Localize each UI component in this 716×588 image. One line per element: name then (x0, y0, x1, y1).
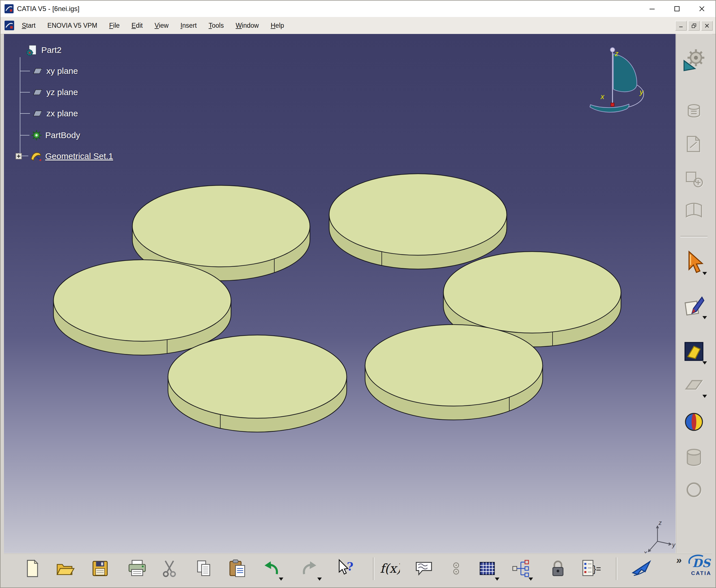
compass-lower-blade (590, 104, 629, 112)
toolbar-overflow-chevrons[interactable]: » (676, 554, 682, 566)
compass-pivot[interactable] (611, 103, 614, 106)
comment-icon (414, 558, 434, 579)
menu-tools[interactable]: Tools (203, 22, 230, 29)
knowledge-icon (447, 560, 465, 578)
disc[interactable] (168, 335, 347, 432)
toolbar-expand-arrow[interactable] (702, 272, 707, 275)
catia-menu-icon[interactable] (4, 21, 14, 30)
comment-button[interactable] (412, 556, 436, 581)
select-tool-button[interactable] (681, 249, 707, 275)
new-document-button[interactable] (20, 556, 44, 581)
new-document-icon (22, 558, 42, 579)
lock-icon (548, 558, 568, 579)
disabled-tool-icon-3 (682, 168, 705, 190)
toolbar-expand-arrow[interactable] (317, 578, 322, 581)
tree-item-zx-plane[interactable]: zx plane (31, 107, 78, 120)
pen-tool-button[interactable] (681, 293, 707, 319)
menu-start[interactable]: Start (16, 22, 42, 29)
toolbar-expand-arrow[interactable] (528, 578, 533, 581)
triad-z-label: z (658, 519, 662, 526)
tree-expand-button[interactable] (15, 153, 22, 160)
open-folder-button[interactable] (53, 556, 78, 581)
current-workbench-button[interactable] (681, 47, 707, 73)
disabled-tool-icon-1 (682, 101, 705, 123)
cylinder-tool-button[interactable] (681, 445, 707, 471)
toolbar-separator (680, 236, 708, 237)
disabled-tool-button-2[interactable] (681, 131, 707, 157)
structure-icon (511, 558, 531, 579)
menu-help[interactable]: Help (265, 22, 290, 29)
paste-button[interactable] (225, 556, 250, 581)
tree-item-label: zx plane (46, 109, 78, 118)
undo-button[interactable] (259, 556, 283, 581)
ds-catia-logo: DS CATIA (685, 553, 713, 582)
extrude-surface-button[interactable] (681, 338, 707, 364)
menu-enovia[interactable]: ENOVIA V5 VPM (42, 22, 103, 29)
compass-x-label: x (600, 92, 605, 101)
print-icon (127, 558, 147, 579)
tree-root-label: Part2 (41, 45, 62, 55)
disc[interactable] (53, 260, 231, 355)
toolbar-expand-arrow[interactable] (702, 361, 707, 364)
menu-view[interactable]: View (149, 22, 174, 29)
doc-restore-button[interactable] (688, 21, 700, 30)
toolbar-expand-arrow[interactable] (279, 578, 283, 581)
disabled-tool-button-3[interactable] (681, 166, 707, 192)
close-button[interactable] (689, 1, 714, 17)
tree-item-yz-plane[interactable]: yz plane (31, 86, 78, 99)
select-icon (682, 250, 706, 274)
structure-button[interactable] (509, 556, 533, 581)
toolbar-expand-arrow[interactable] (702, 316, 707, 319)
disc[interactable] (329, 174, 507, 269)
tree-item-partbody[interactable]: PartBody (30, 129, 80, 142)
open-folder-icon (55, 558, 75, 579)
toolbar-expand-arrow[interactable] (702, 395, 707, 398)
sphere-icon (682, 411, 705, 433)
whats-this-button[interactable]: ? (333, 556, 357, 581)
maximize-button[interactable] (665, 1, 689, 17)
menu-window[interactable]: Window (230, 22, 265, 29)
formula-button[interactable]: f(x) (377, 556, 401, 581)
part-icon (25, 44, 39, 57)
disabled-tool-button-4[interactable] (681, 198, 707, 224)
compass-z-label: z (614, 49, 619, 58)
cut-button[interactable] (157, 556, 181, 581)
plane-tool-button[interactable] (681, 372, 707, 398)
save-button[interactable] (88, 556, 112, 581)
rules-button[interactable]: }= (578, 556, 603, 581)
toolbar-expand-arrow[interactable] (495, 578, 499, 581)
svg-text:DS: DS (692, 556, 711, 570)
save-icon (90, 558, 110, 579)
circle-tool-button[interactable] (681, 477, 707, 503)
tree-item-xy-plane[interactable]: xy plane (31, 64, 78, 78)
minimize-button[interactable] (639, 1, 665, 17)
doc-close-button[interactable] (701, 21, 713, 30)
tree-root-part2[interactable]: Part2 (25, 44, 62, 57)
lock-button[interactable] (546, 556, 570, 581)
tree-item-geometrical-set[interactable]: Geometrical Set.1 (29, 150, 113, 163)
design-table-button[interactable] (475, 556, 499, 581)
disabled-tool-button-1[interactable] (681, 99, 707, 125)
copy-button[interactable] (192, 556, 216, 581)
print-button[interactable] (125, 556, 149, 581)
pen-tool-icon (682, 295, 705, 317)
menu-edit[interactable]: Edit (126, 22, 149, 29)
fly-mode-button[interactable] (629, 556, 653, 581)
compass-y-label: y (639, 88, 644, 96)
doc-minimize-button[interactable] (675, 21, 687, 30)
disc[interactable] (365, 324, 543, 420)
sphere-tool-button[interactable] (681, 409, 707, 435)
redo-button[interactable] (298, 556, 322, 581)
menu-insert[interactable]: Insert (174, 22, 203, 29)
disabled-tool-icon-2 (682, 133, 705, 155)
tree-item-label: yz plane (46, 87, 78, 97)
plane-icon (31, 109, 44, 118)
menu-file[interactable]: File (103, 22, 126, 29)
viewport-3d[interactable]: z y x z y x Part2 (4, 34, 677, 554)
scene-canvas[interactable]: z y x z y x (4, 34, 677, 554)
airplane-icon (631, 558, 652, 579)
minimize-icon (649, 5, 655, 12)
paste-icon (227, 558, 248, 579)
view-compass[interactable]: z y x (590, 47, 644, 112)
knowledge-button[interactable] (444, 556, 468, 581)
